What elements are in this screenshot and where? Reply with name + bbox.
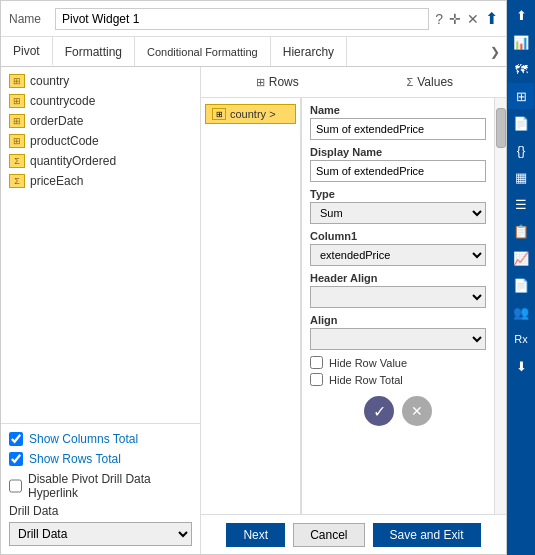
- options-area: Show Columns Total Show Rows Total Disab…: [1, 423, 200, 554]
- hide-row-total-label: Hide Row Total: [329, 374, 403, 386]
- rows-icon: ⊞: [256, 76, 265, 89]
- show-columns-total-checkbox[interactable]: [9, 432, 23, 446]
- props-actions: ✓ ✕: [310, 390, 486, 432]
- field-item-productcode[interactable]: ⊞ productCode: [1, 131, 200, 151]
- cancel-button[interactable]: Cancel: [293, 523, 364, 547]
- collapse-icon[interactable]: ⬆: [485, 9, 498, 28]
- icon-bar-users[interactable]: 👥: [508, 299, 534, 325]
- dim-icon-productcode: ⊞: [9, 134, 25, 148]
- values-icon: Σ: [406, 76, 413, 88]
- show-rows-total-label[interactable]: Show Rows Total: [29, 452, 121, 466]
- field-item-country[interactable]: ⊞ country: [1, 71, 200, 91]
- right-scrollbar[interactable]: [494, 98, 506, 514]
- icon-bar-chart[interactable]: 📊: [508, 29, 534, 55]
- pivot-row-icon: ⊞: [212, 108, 226, 120]
- footer: Next Cancel Save and Exit: [201, 514, 506, 554]
- field-item-quantityordered[interactable]: Σ quantityOrdered: [1, 151, 200, 171]
- dim-icon-orderdate: ⊞: [9, 114, 25, 128]
- icon-bar-file[interactable]: 📄: [508, 272, 534, 298]
- prop-display-name-input[interactable]: [310, 160, 486, 182]
- prop-header-align-label: Header Align: [310, 272, 486, 284]
- icon-bar-down[interactable]: ⬇: [508, 353, 534, 379]
- hide-row-total-checkbox[interactable]: [310, 373, 323, 386]
- field-item-priceeach[interactable]: Σ priceEach: [1, 171, 200, 191]
- icon-bar: ⬆ 📊 🗺 ⊞ 📄 {} ▦ ☰ 📋 📈 📄 👥 Rx ⬇: [507, 0, 535, 555]
- icon-bar-table[interactable]: ⊞: [508, 83, 534, 109]
- drill-data-select[interactable]: Drill Data No Drill Custom: [9, 522, 192, 546]
- properties-panel: Name Display Name Type Sum Count: [301, 98, 494, 514]
- tab-hierarchy[interactable]: Hierarchy: [271, 37, 347, 66]
- rows-btn[interactable]: ⊞ Rows: [201, 71, 354, 93]
- show-rows-total-checkbox[interactable]: [9, 452, 23, 466]
- icon-bar-list[interactable]: ☰: [508, 191, 534, 217]
- move-icon[interactable]: ✛: [449, 11, 461, 27]
- dim-icon-country: ⊞: [9, 74, 25, 88]
- pivot-rows-column: ⊞ country >: [201, 98, 301, 514]
- widget-name-input[interactable]: [55, 8, 429, 30]
- sum-icon-quantityordered: Σ: [9, 154, 25, 168]
- icon-bar-map[interactable]: 🗺: [508, 56, 534, 82]
- prop-header-align-select[interactable]: Left Center Right: [310, 286, 486, 308]
- help-icon[interactable]: ?: [435, 11, 443, 27]
- rows-values-header: ⊞ Rows Σ Values: [201, 67, 506, 98]
- tab-pivot[interactable]: Pivot: [1, 37, 53, 66]
- prop-column1-select[interactable]: extendedPrice quantityOrdered priceEach: [310, 244, 486, 266]
- prop-align-select[interactable]: Left Center Right: [310, 328, 486, 350]
- field-item-countrycode[interactable]: ⊞ countrycode: [1, 91, 200, 111]
- drill-dropdown-label: Drill Data: [9, 504, 192, 518]
- prop-name-input[interactable]: [310, 118, 486, 140]
- scrollbar-track: [495, 98, 506, 514]
- values-btn[interactable]: Σ Values: [354, 71, 507, 93]
- hide-row-value-label: Hide Row Value: [329, 357, 407, 369]
- prop-column1-label: Column1: [310, 230, 486, 242]
- dim-icon-countrycode: ⊞: [9, 94, 25, 108]
- icon-bar-top[interactable]: ⬆: [508, 2, 534, 28]
- icon-bar-report[interactable]: 📋: [508, 218, 534, 244]
- icon-bar-rx[interactable]: Rx: [508, 326, 534, 352]
- icon-bar-doc[interactable]: 📄: [508, 110, 534, 136]
- hide-row-value-checkbox[interactable]: [310, 356, 323, 369]
- icon-bar-grid[interactable]: ▦: [508, 164, 534, 190]
- icon-bar-analytics[interactable]: 📈: [508, 245, 534, 271]
- prop-name-label: Name: [310, 104, 486, 116]
- sum-icon-priceeach: Σ: [9, 174, 25, 188]
- prop-type-label: Type: [310, 188, 486, 200]
- pivot-row-country[interactable]: ⊞ country >: [205, 104, 296, 124]
- prop-display-name-label: Display Name: [310, 146, 486, 158]
- close-icon[interactable]: ✕: [467, 11, 479, 27]
- next-button[interactable]: Next: [226, 523, 285, 547]
- scrollbar-thumb[interactable]: [496, 108, 506, 148]
- tab-conditional-formatting[interactable]: Conditional Formatting: [135, 37, 271, 66]
- name-label: Name: [9, 12, 49, 26]
- field-item-orderdate[interactable]: ⊞ orderDate: [1, 111, 200, 131]
- save-exit-button[interactable]: Save and Exit: [373, 523, 481, 547]
- discard-button[interactable]: ✕: [402, 396, 432, 426]
- show-columns-total-label[interactable]: Show Columns Total: [29, 432, 138, 446]
- prop-align-label: Align: [310, 314, 486, 326]
- disable-drill-checkbox[interactable]: [9, 479, 22, 493]
- prop-type-select[interactable]: Sum Count Average Min Max: [310, 202, 486, 224]
- confirm-button[interactable]: ✓: [364, 396, 394, 426]
- field-list: ⊞ country ⊞ countrycode ⊞ orderDate ⊞ pr…: [1, 67, 200, 423]
- disable-drill-label: Disable Pivot Drill Data Hyperlink: [28, 472, 192, 500]
- tabs-next-arrow[interactable]: ❯: [484, 37, 506, 66]
- icon-bar-code[interactable]: {}: [508, 137, 534, 163]
- tab-formatting[interactable]: Formatting: [53, 37, 135, 66]
